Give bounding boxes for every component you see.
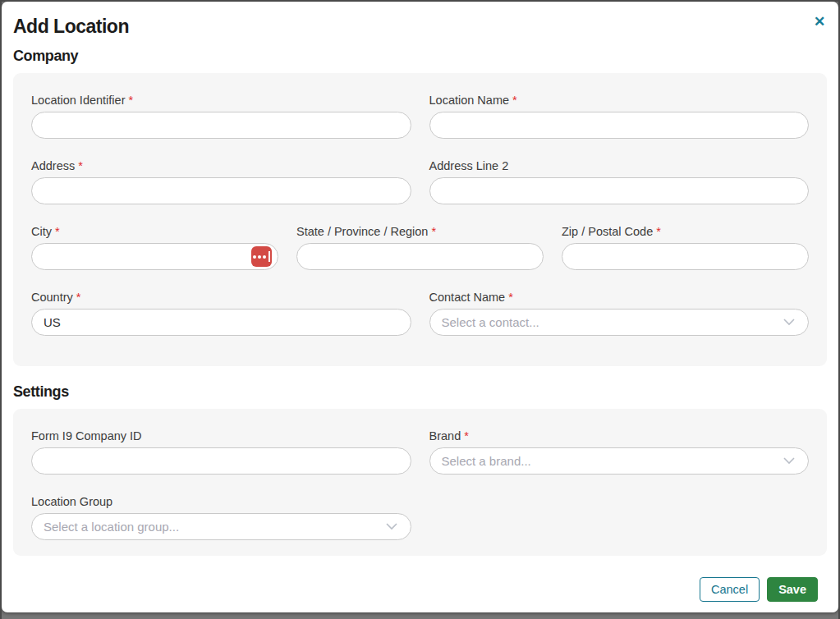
save-button[interactable]: Save — [767, 577, 818, 602]
required-asterisk: * — [512, 94, 517, 107]
location-identifier-label: Location Identifier — [31, 94, 125, 107]
brand-select[interactable]: Select a brand... — [429, 447, 810, 475]
field-address-line2: Address Line 2 — [429, 159, 810, 204]
required-asterisk: * — [656, 225, 661, 238]
location-group-label: Location Group — [31, 495, 112, 508]
section-heading-company: Company — [13, 48, 827, 65]
state-label: State / Province / Region — [296, 225, 428, 238]
section-heading-settings: Settings — [13, 383, 827, 401]
autofill-extension-icon[interactable] — [251, 246, 272, 267]
contact-name-label: Contact Name — [429, 291, 506, 304]
location-group-placeholder: Select a location group... — [44, 520, 386, 534]
field-form-i9-company-id: Form I9 Company ID — [31, 429, 411, 475]
field-city: City* — [31, 225, 278, 270]
field-address: Address* — [31, 159, 411, 204]
location-identifier-input[interactable] — [31, 112, 411, 139]
field-location-name: Location Name* — [429, 94, 810, 139]
field-state: State / Province / Region* — [296, 225, 544, 270]
zip-label: Zip / Postal Code — [562, 225, 653, 238]
address-input[interactable] — [31, 177, 411, 204]
address-line2-label: Address Line 2 — [429, 159, 509, 172]
contact-name-placeholder: Select a contact... — [442, 315, 784, 329]
field-brand: Brand* Select a brand... — [429, 429, 810, 475]
country-label: Country — [31, 291, 73, 304]
field-contact-name: Contact Name* Select a contact... — [429, 291, 810, 336]
required-asterisk: * — [431, 225, 436, 238]
city-label: City — [31, 225, 52, 238]
required-asterisk: * — [508, 291, 513, 304]
city-input[interactable] — [31, 243, 278, 270]
required-asterisk: * — [128, 94, 133, 107]
add-location-dialog: ✕ Add Location Company Location Identifi… — [2, 2, 838, 612]
cancel-button[interactable]: Cancel — [700, 577, 760, 602]
brand-label: Brand — [429, 429, 461, 442]
settings-card: Form I9 Company ID Brand* Select a brand… — [13, 409, 827, 556]
contact-name-select[interactable]: Select a contact... — [429, 309, 810, 336]
chevron-down-icon — [386, 523, 397, 530]
location-name-label: Location Name — [429, 94, 510, 107]
field-location-group: Location Group Select a location group..… — [31, 495, 411, 540]
required-asterisk: * — [55, 225, 60, 238]
required-asterisk: * — [464, 429, 469, 442]
zip-input[interactable] — [562, 243, 809, 270]
field-country: Country* — [31, 291, 411, 336]
chevron-down-icon — [783, 319, 795, 326]
brand-placeholder: Select a brand... — [442, 454, 784, 468]
chevron-down-icon — [783, 457, 795, 465]
required-asterisk: * — [76, 291, 81, 304]
field-location-identifier: Location Identifier* — [31, 94, 411, 139]
dialog-footer: Cancel Save — [700, 577, 818, 602]
company-card: Location Identifier* Location Name* Addr… — [13, 73, 827, 366]
address-label: Address — [31, 159, 75, 172]
form-i9-company-id-input[interactable] — [31, 447, 411, 475]
dialog-title: Add Location — [13, 16, 827, 38]
state-input[interactable] — [296, 243, 544, 270]
address-line2-input[interactable] — [429, 177, 810, 204]
window-frame: ✕ Add Location Company Location Identifi… — [0, 0, 840, 619]
required-asterisk: * — [78, 159, 83, 172]
location-group-select[interactable]: Select a location group... — [31, 513, 411, 540]
location-name-input[interactable] — [429, 112, 810, 139]
form-i9-company-id-label: Form I9 Company ID — [31, 429, 142, 442]
close-icon[interactable]: ✕ — [810, 13, 829, 31]
country-input[interactable] — [31, 309, 411, 336]
field-zip: Zip / Postal Code* — [562, 225, 809, 270]
